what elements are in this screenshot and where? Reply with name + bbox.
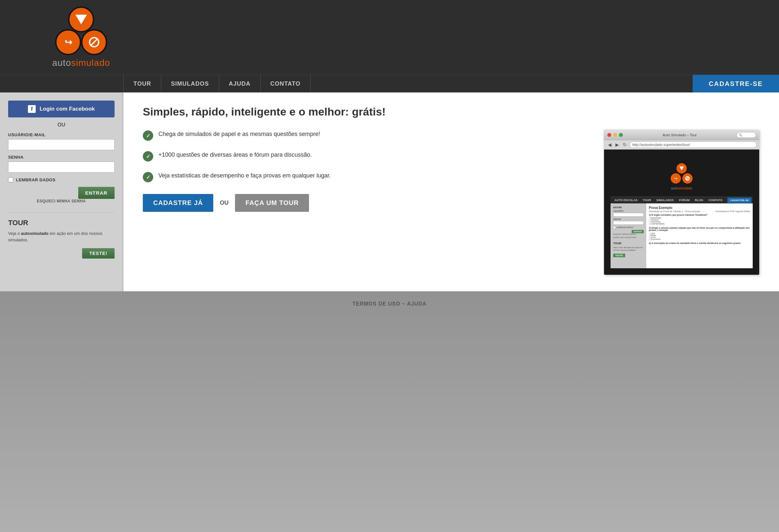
feature-item-2: +1000 questões de diversas áreas e fórum… — [143, 150, 591, 161]
tour-title: TOUR — [8, 219, 115, 227]
feature-text-1: Chega de simulados de papel e as mesmas … — [159, 130, 320, 138]
mockup-forward-btn: ▶ — [614, 141, 620, 148]
nav-item-tour[interactable]: TOUR — [123, 75, 161, 92]
remember-label: LEMBRAR DADOS — [16, 178, 56, 182]
header: ↪ autosimulado — [0, 0, 779, 75]
feature-item-3: Veja estatísticas de desempenho e faça p… — [143, 171, 591, 182]
footer: TERMOS DE USO ~ AJUDA — [0, 291, 779, 317]
feature-text-3: Veja estatísticas de desempenho e faça p… — [159, 171, 331, 180]
mockup-right-panel: Prova Exemplo Simulação de Prova de Trân… — [646, 203, 753, 268]
mockup-register-btn: CADASTRE-SE — [727, 198, 752, 203]
mockup-triangle-icon — [679, 167, 684, 170]
mockup-usuario-label: USUÁRIO — [613, 210, 644, 212]
mockup-q3: 3) A renovação do exame de sanidade físi… — [649, 242, 750, 244]
mockup-body: ↪ autosimulado — [604, 149, 759, 275]
mockup-teste-btn: TESTE! — [613, 254, 625, 257]
password-label: SENHA — [8, 155, 115, 159]
mockup-no-line — [686, 177, 690, 180]
mockup-q2-options: ○ Leve ○ Média ○ Grave ○ Gravíssima — [649, 232, 750, 240]
mockup-maximize-dot — [619, 133, 623, 137]
entrar-button[interactable]: ENTRAR — [78, 187, 115, 199]
mockup-download-label: Download em PDF Imprimir Editar — [716, 210, 750, 212]
or-divider: OU — [8, 122, 115, 128]
mockup-esqueci-label: ESQUECI MINHA SENHA — [613, 233, 644, 235]
tour-button[interactable]: FAÇA UM TOUR — [235, 194, 309, 212]
mockup-refresh-btn: ↻ — [621, 141, 628, 148]
mockup-entrar-btn: ENTRAR — [632, 230, 644, 233]
mockup-quero-label: QUERO ME CADASTRAR — [613, 237, 644, 239]
username-input[interactable] — [8, 139, 115, 150]
main-headline: Simples, rápido, inteligente e o melhor:… — [143, 106, 760, 118]
mockup-nav-simulados: SIMULADOS — [654, 197, 676, 203]
cadastre-button[interactable]: CADASTRE JÁ — [143, 194, 213, 212]
nav-item-simulados[interactable]: SIMULADOS — [161, 75, 219, 92]
mockup-prova-subtitle: Simulação de Prova de Trânsito 1 - Prova… — [649, 210, 700, 212]
forgot-password-link[interactable]: ESQUECI MINHA SENHA — [8, 199, 115, 203]
mockup-arrow-icon: ↪ — [670, 173, 682, 184]
mockup-nav-contato: CONTATO — [706, 197, 725, 203]
check-icon-1 — [143, 130, 153, 141]
cta-row: CADASTRE JÁ OU FAÇA UM TOUR — [143, 194, 591, 212]
mockup-q1: 1) É órgão normativo que possui Câmaras … — [649, 214, 750, 216]
mockup-search-icon: 🔍 — [739, 133, 742, 137]
logo-right-icon — [81, 29, 107, 55]
mockup-logo-area: ↪ autosimulado — [610, 156, 753, 197]
mockup-q2-opt4: ○ Gravíssima — [649, 238, 750, 240]
password-input[interactable] — [8, 161, 115, 173]
mockup-lembrar-row: LEMBRAR DADOS — [613, 226, 644, 229]
logo-container: ↪ autosimulado — [19, 6, 143, 68]
mockup-no-symbol — [685, 176, 690, 181]
features-list: Chega de simulados de papel e as mesmas … — [143, 130, 591, 212]
mockup-close-dot — [607, 133, 611, 137]
mockup-entre-label: ENTRE — [613, 206, 644, 209]
footer-text: TERMOS DE USO ~ AJUDA — [353, 301, 426, 307]
nav-item-ajuda[interactable]: AJUDA — [219, 75, 261, 92]
nav-register-button[interactable]: CADASTRE-SE — [693, 75, 779, 92]
mockup-nav-blog: BLOG — [692, 197, 706, 203]
mockup-top-icon — [676, 162, 687, 174]
remember-checkbox[interactable] — [8, 177, 13, 182]
mockup-q2: 2) Dirigir o veículo usando calçado que … — [649, 227, 750, 231]
mockup-lembrar-checkbox — [613, 226, 616, 229]
main-content: f Login com Facebook OU USUÁRIO/E-MAIL S… — [0, 92, 779, 291]
mockup-tour-title: TOUR — [613, 242, 644, 245]
mockup-search-box: 🔍 — [736, 132, 756, 138]
remember-row: LEMBRAR DADOS — [8, 177, 115, 182]
mockup-content-area: ENTRE USUÁRIO SENHA LEMBRAR DADOS ENTRAR… — [610, 203, 753, 268]
mockup-inner-nav: AUTO ESCOLAS TOUR SIMULADOS FÓRUM BLOG C… — [610, 197, 753, 203]
nav-bar: TOUR SIMULADOS AJUDA CONTATO CADASTRE-SE — [0, 75, 779, 92]
mockup-back-btn: ◀ — [607, 141, 613, 148]
arrow-icon: ↪ — [65, 37, 72, 48]
mockup-tour-desc: Veja o Auto Simulado em ação em um dos n… — [613, 246, 644, 252]
mockup-titlebar: Auto Simulado – Tour 🔍 — [604, 130, 759, 140]
tour-section: TOUR Veja o autosimulado em ação em um d… — [8, 212, 115, 243]
mockup-senha-label: SENHA — [613, 218, 644, 220]
mockup-prova-title: Prova Exemplo — [649, 206, 750, 210]
mockup-nav-autoescolas: AUTO ESCOLAS — [612, 197, 640, 203]
facebook-login-button[interactable]: f Login com Facebook — [8, 101, 115, 118]
logo-top-icon — [68, 6, 94, 32]
mockup-q1-opt4: ○ CONTRANDIFE — [649, 223, 750, 225]
mockup-prova-subtitle-row: Simulação de Prova de Trânsito 1 - Prova… — [649, 210, 750, 212]
mockup-arrow-symbol: ↪ — [674, 176, 678, 181]
mockup-bottom-icons: ↪ — [670, 173, 693, 184]
mockup-brand-text: autosimulado — [671, 186, 692, 190]
facebook-icon: f — [28, 105, 36, 113]
main-panel: Simples, rápido, inteligente e o melhor:… — [123, 92, 779, 291]
nav-item-contato[interactable]: CONTATO — [261, 75, 311, 92]
teste-button[interactable]: TESTE! — [82, 248, 115, 259]
mockup-nav-forum: FÓRUM — [676, 197, 692, 203]
mockup-toolbar: ◀ ▶ ↻ http://autosimulado.supertestes/to… — [604, 140, 759, 149]
tour-description: Veja o autosimulado em ação em um dos no… — [8, 230, 115, 243]
mockup-url-bar: http://autosimulado.supertestes/tour/ — [630, 141, 757, 148]
nav-spacer — [311, 75, 693, 92]
cta-ou-text: OU — [220, 200, 229, 206]
mockup-usuario-input — [613, 213, 644, 217]
facebook-btn-label: Login com Facebook — [40, 106, 95, 112]
features-and-screenshot: Chega de simulados de papel e as mesmas … — [143, 130, 760, 275]
mockup-left-panel: ENTRE USUÁRIO SENHA LEMBRAR DADOS ENTRAR… — [610, 203, 646, 268]
mockup-q1-options: ○ DENATRAN ○ CETRAN ○ CONTRAN ○ CONTRAND… — [649, 217, 750, 225]
logo-left-icon: ↪ — [55, 29, 81, 55]
check-icon-3 — [143, 172, 153, 182]
feature-item-1: Chega de simulados de papel e as mesmas … — [143, 130, 591, 141]
